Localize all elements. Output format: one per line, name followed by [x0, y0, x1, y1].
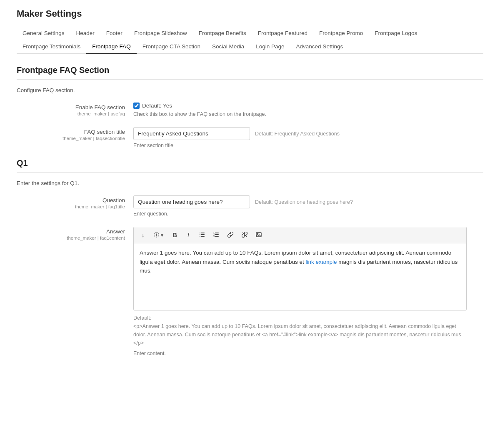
svg-rect-4: [200, 236, 200, 237]
enable-faq-checkbox[interactable]: [133, 103, 140, 109]
svg-rect-3: [201, 234, 205, 235]
enable-faq-sub: theme_maker | usefaq: [17, 111, 125, 116]
question-sub: theme_maker | faq1title: [17, 204, 125, 209]
toolbar-info-btn[interactable]: ⓘ ▼: [150, 230, 168, 240]
question-row: Question theme_maker | faq1title Default…: [17, 195, 483, 217]
answer-default-block: Default: <p>Answer 1 goes here. You can …: [133, 314, 467, 347]
svg-text:3.: 3.: [213, 235, 215, 238]
enable-faq-control-row: Default: Yes: [133, 103, 483, 109]
faq-title-hint: Enter section title: [133, 143, 483, 148]
toolbar-image-btn[interactable]: [252, 230, 265, 240]
enable-faq-label-col: Enable FAQ section theme_maker | usefaq: [17, 103, 133, 116]
toolbar-unlink-btn[interactable]: [238, 230, 251, 240]
toolbar-ul-btn[interactable]: [196, 230, 208, 240]
question-default-hint: Default: Question one heading goes here?: [255, 199, 353, 205]
answer-content-area[interactable]: Answer 1 goes here. You can add up to 10…: [134, 243, 466, 310]
question-hint: Enter question.: [133, 211, 483, 217]
enable-faq-checkbox-label[interactable]: Default: Yes: [133, 103, 172, 109]
q1-section: Q1 Enter the settings for Q1. Question t…: [17, 158, 483, 356]
answer-sub: theme_maker | faq1content: [17, 235, 125, 240]
toolbar-bold-btn[interactable]: B: [169, 230, 181, 240]
toolbar-link-btn[interactable]: [224, 230, 237, 240]
tab-header[interactable]: Header: [70, 27, 100, 40]
ul-icon: [199, 232, 205, 239]
q1-heading: Q1: [17, 158, 483, 168]
tab-frontpage-featured[interactable]: Frontpage Featured: [252, 27, 313, 40]
svg-rect-9: [215, 234, 219, 235]
tab-frontpage-benefits[interactable]: Frontpage Benefits: [193, 27, 252, 40]
svg-line-12: [242, 233, 247, 237]
answer-row: Answer theme_maker | faq1content ↓ ⓘ ▼: [17, 227, 483, 356]
svg-rect-5: [201, 236, 205, 237]
enable-faq-hint: Check this box to show the FAQ section o…: [133, 111, 483, 117]
question-label-col: Question theme_maker | faq1title: [17, 195, 133, 209]
faq-title-label: FAQ section title: [17, 129, 125, 135]
faq-title-input[interactable]: [133, 127, 250, 140]
answer-label: Answer: [17, 228, 125, 235]
bold-icon: B: [173, 232, 177, 238]
faq-title-default-hint: Default: Frequently Asked Questions: [255, 131, 340, 137]
editor-toolbar: ↓ ⓘ ▼ B I: [134, 227, 466, 243]
faq-title-sub: theme_maker | faqsectiontitle: [17, 136, 125, 141]
enable-faq-default-text: Default: Yes: [142, 103, 172, 109]
toolbar-format-btn[interactable]: ↓: [137, 230, 149, 240]
answer-label-col: Answer theme_maker | faq1content: [17, 227, 133, 240]
question-input[interactable]: [133, 195, 250, 208]
svg-rect-0: [200, 233, 200, 233]
dropdown-arrow-icon: ▼: [160, 233, 164, 238]
tab-frontpage-logos[interactable]: Frontpage Logos: [369, 27, 423, 40]
enable-faq-label: Enable FAQ section: [17, 104, 125, 110]
answer-hint: Enter content.: [133, 350, 483, 356]
faq-section-heading: Frontpage FAQ Section: [17, 65, 483, 75]
tab-frontpage-faq[interactable]: Frontpage FAQ: [86, 40, 136, 54]
tab-frontpage-promo[interactable]: Frontpage Promo: [313, 27, 369, 40]
answer-default-content: <p>Answer 1 goes here. You can add up to…: [133, 323, 462, 346]
toolbar-italic-btn[interactable]: I: [182, 230, 194, 240]
question-control: Default: Question one heading goes here?…: [133, 195, 483, 217]
tab-general-settings[interactable]: General Settings: [17, 27, 70, 40]
faq-title-control-row: Default: Frequently Asked Questions: [133, 127, 483, 140]
svg-rect-11: [215, 236, 219, 237]
faq-title-label-col: FAQ section title theme_maker | faqsecti…: [17, 127, 133, 141]
faq-section-desc: Configure FAQ section.: [17, 87, 483, 93]
info-icon: ⓘ: [154, 231, 159, 239]
section-divider: [17, 79, 483, 80]
image-icon: [256, 232, 262, 239]
answer-editor: ↓ ⓘ ▼ B I: [133, 227, 467, 310]
tab-advanced-settings[interactable]: Advanced Settings: [290, 40, 349, 54]
svg-point-14: [257, 233, 258, 234]
nav-tabs: General Settings Header Footer Frontpage…: [17, 27, 483, 54]
tab-login-page[interactable]: Login Page: [250, 40, 290, 54]
tab-social-media[interactable]: Social Media: [206, 40, 250, 54]
italic-icon: I: [188, 232, 189, 238]
faq-section: Frontpage FAQ Section Configure FAQ sect…: [17, 65, 483, 148]
question-label: Question: [17, 197, 125, 203]
q1-desc: Enter the settings for Q1.: [17, 180, 483, 186]
faq-title-row: FAQ section title theme_maker | faqsecti…: [17, 127, 483, 148]
answer-control: ↓ ⓘ ▼ B I: [133, 227, 483, 356]
unlink-icon: [242, 232, 248, 239]
faq-title-control: Default: Frequently Asked Questions Ente…: [133, 127, 483, 148]
question-control-row: Default: Question one heading goes here?: [133, 195, 483, 208]
page-title: Maker Settings: [17, 8, 483, 19]
svg-rect-7: [215, 233, 219, 233]
answer-default-label: Default:: [133, 315, 151, 321]
tab-frontpage-slideshow[interactable]: Frontpage Slideshow: [128, 27, 193, 40]
tab-frontpage-cta[interactable]: Frontpage CTA Section: [137, 40, 206, 54]
format-icon: ↓: [142, 232, 145, 238]
enable-faq-row: Enable FAQ section theme_maker | usefaq …: [17, 103, 483, 117]
svg-rect-1: [201, 233, 205, 233]
tab-frontpage-testimonials[interactable]: Frontpage Testimonials: [17, 40, 86, 54]
answer-link-example[interactable]: link example: [306, 259, 337, 265]
svg-rect-2: [200, 234, 200, 235]
q1-divider: [17, 172, 483, 173]
enable-faq-control: Default: Yes Check this box to show the …: [133, 103, 483, 117]
tab-footer[interactable]: Footer: [100, 27, 128, 40]
toolbar-ol-btn[interactable]: 1. 2. 3.: [210, 230, 222, 240]
ol-icon: 1. 2. 3.: [213, 232, 219, 239]
link-icon: [228, 232, 233, 239]
